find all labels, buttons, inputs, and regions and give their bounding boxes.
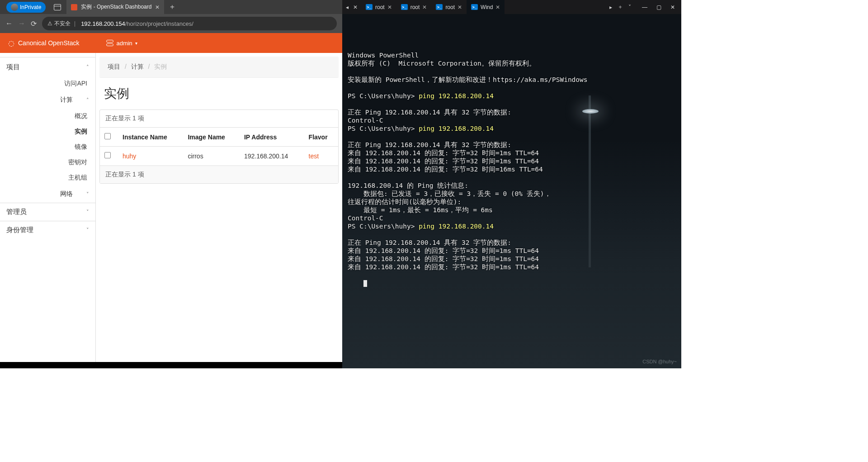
close-tab-icon[interactable]: ✕ [495, 4, 500, 10]
insecure-label: 不安全 [54, 20, 71, 28]
powershell-icon: >_ [401, 4, 408, 10]
terminal-titlebar: ◂ ✕ >_root✕>_root✕>_root✕>_Wind✕ ▸ ＋ ˅ —… [342, 0, 681, 14]
inprivate-badge[interactable]: InPrivate [6, 2, 46, 13]
breadcrumb-compute[interactable]: 计算 [131, 63, 144, 70]
browser-tab[interactable]: 实例 - OpenStack Dashboard ✕ [66, 0, 164, 14]
site-security-badge[interactable]: ⚠ 不安全 | [47, 20, 77, 28]
col-image-name[interactable]: Image Name [183, 128, 240, 147]
sidebar-group-project[interactable]: 项目˄ [0, 58, 95, 76]
chevron-down-icon: ˅ [86, 227, 89, 233]
chevron-down-icon: ˅ [86, 191, 89, 197]
terminal-tab[interactable]: >_Wind✕ [467, 0, 505, 14]
sidebar-item-api[interactable]: 访问API [0, 76, 95, 91]
tab-close-left[interactable]: ✕ [353, 4, 358, 10]
terminal-tab-label: Wind [481, 4, 493, 10]
sidebar-group-network[interactable]: 网络˅ [0, 186, 95, 203]
terminal-tab-label: root [410, 4, 420, 10]
close-tab-icon[interactable]: ✕ [458, 4, 462, 10]
sidebar-item-images[interactable]: 镜像 [0, 139, 95, 155]
col-flavor[interactable]: Flavor [304, 128, 338, 147]
breadcrumb: 项目 / 计算 / 实例 [99, 57, 339, 78]
table-caption-top: 正在显示 1 项 [100, 110, 338, 127]
tab-scroll-left[interactable]: ◂ [346, 4, 349, 10]
sidebar-item-overview[interactable]: 概况 [0, 109, 95, 124]
tab-scroll-right[interactable]: ▸ [609, 4, 612, 10]
breadcrumb-current: 实例 [154, 63, 167, 70]
forward-button[interactable]: → [18, 19, 25, 28]
browser-tab-title: 实例 - OpenStack Dashboard [81, 3, 151, 11]
cell-image: cirros [183, 147, 240, 166]
project-icon [106, 40, 113, 46]
powershell-icon: >_ [436, 4, 443, 10]
openstack-header: ◌ Canonical OpenStack admin ▾ [0, 33, 342, 53]
chevron-up-icon: ˄ [86, 64, 89, 70]
terminal-tab[interactable]: >_root✕ [361, 0, 396, 14]
reload-button[interactable]: ⟳ [31, 19, 37, 28]
col-ip-address[interactable]: IP Address [240, 128, 304, 147]
sidebar-item-keypairs[interactable]: 密钥对 [0, 155, 95, 170]
instances-table: 正在显示 1 项 Instance Name Image Name IP Add… [99, 110, 339, 184]
terminal-tab-label: root [445, 4, 455, 10]
caret-down-icon: ▾ [135, 41, 137, 46]
window-close-button[interactable]: ✕ [670, 4, 675, 10]
page-title: 实例 [96, 81, 342, 110]
back-button[interactable]: ← [5, 19, 13, 28]
address-bar[interactable]: ⚠ 不安全 | 192.168.200.154/horizon/project/… [42, 17, 337, 30]
watermark: CSDN @huhy~ [642, 357, 677, 366]
sidebar-group-identity[interactable]: 身份管理˅ [0, 221, 95, 239]
close-tab-icon[interactable]: ✕ [387, 4, 392, 10]
url-text: 192.168.200.154/horizon/project/instance… [81, 20, 193, 27]
terminal-tab-label: root [375, 4, 385, 10]
user-avatar-icon [11, 4, 18, 11]
cell-ip: 192.168.200.14 [240, 147, 304, 166]
tab-overview-icon[interactable] [54, 4, 61, 10]
sidebar-item-instances[interactable]: 实例 [0, 124, 95, 139]
table-row: huhycirros192.168.200.14test [100, 147, 338, 166]
row-checkbox[interactable] [104, 152, 111, 158]
brand-label: Canonical OpenStack [18, 39, 79, 47]
flavor-link[interactable]: test [304, 147, 338, 166]
sidebar-group-admin[interactable]: 管理员˅ [0, 203, 95, 221]
warning-icon: ⚠ [47, 20, 52, 27]
new-tab-button[interactable]: ＋ [618, 3, 623, 11]
chevron-up-icon: ˄ [86, 97, 89, 103]
project-label: admin [116, 40, 132, 47]
openstack-favicon-icon [71, 4, 77, 10]
terminal-body[interactable]: Windows PowerShell 版权所有 (C) Microsoft Co… [342, 14, 681, 368]
col-instance-name[interactable]: Instance Name [118, 128, 183, 147]
powershell-icon: >_ [471, 4, 478, 10]
sidebar-group-compute[interactable]: 计算˄ [0, 91, 95, 109]
ubuntu-icon: ◌ [8, 39, 14, 48]
chevron-down-icon: ˅ [86, 209, 89, 215]
project-selector[interactable]: admin ▾ [106, 40, 137, 47]
new-tab-button[interactable]: ＋ [169, 2, 176, 12]
terminal-cursor [363, 280, 367, 287]
close-tab-icon[interactable]: ✕ [422, 4, 427, 10]
close-tab-icon[interactable]: ✕ [155, 4, 160, 10]
brand-link[interactable]: ◌ Canonical OpenStack [8, 39, 79, 48]
select-all-checkbox[interactable] [104, 133, 111, 139]
sidebar: 项目˄ 访问API 计算˄ 概况 实例 镜像 密钥对 主机组 网络˅ 管理员˅ [0, 53, 96, 362]
window-minimize-button[interactable]: — [642, 4, 647, 10]
terminal-tab[interactable]: >_root✕ [431, 0, 467, 14]
browser-tabstrip: InPrivate 实例 - OpenStack Dashboard ✕ ＋ [0, 0, 342, 14]
taskbar-strip [0, 362, 342, 368]
window-maximize-button[interactable]: ▢ [656, 4, 661, 10]
breadcrumb-project[interactable]: 项目 [108, 63, 120, 70]
inprivate-label: InPrivate [20, 4, 41, 10]
tab-dropdown-button[interactable]: ˅ [628, 4, 631, 10]
powershell-icon: >_ [366, 4, 373, 10]
sidebar-item-hostgroups[interactable]: 主机组 [0, 170, 95, 186]
terminal-tab[interactable]: >_root✕ [396, 0, 432, 14]
instance-name-link[interactable]: huhy [118, 147, 183, 166]
browser-toolbar: ← → ⟳ ⚠ 不安全 | 192.168.200.154/horizon/pr… [0, 14, 342, 33]
table-caption-bottom: 正在显示 1 项 [100, 166, 338, 183]
